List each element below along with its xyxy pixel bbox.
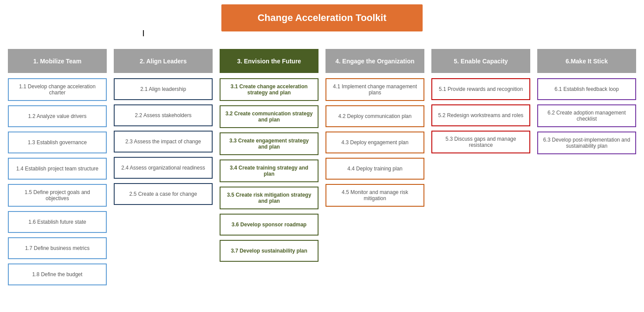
- task-2-5[interactable]: 2.5 Create a case for change: [114, 183, 213, 205]
- task-5-1[interactable]: 5.1 Provide rewards and recognition: [431, 78, 530, 100]
- col-4-header: 4. Engage the Organization: [326, 49, 424, 73]
- task-2-2[interactable]: 2.2 Assess stakeholders: [114, 104, 213, 126]
- task-2-4[interactable]: 2.4 Assess organizational readiness: [114, 157, 213, 179]
- col-1-header: 1. Mobilize Team: [8, 49, 107, 73]
- task-3-6[interactable]: 3.6 Develop sponsor roadmap: [220, 214, 318, 236]
- task-4-2[interactable]: 4.2 Deploy communication plan: [326, 105, 424, 127]
- task-3-5[interactable]: 3.5 Create risk mitigation strategy and …: [220, 187, 318, 209]
- task-1-1[interactable]: 1.1 Develop change acceleration charter: [8, 78, 107, 101]
- col-2-header: 2. Align Leaders: [114, 49, 213, 73]
- task-3-1[interactable]: 3.1 Create change acceleration strategy …: [220, 78, 318, 101]
- task-1-6[interactable]: 1.6 Establish future state: [8, 211, 107, 233]
- task-2-3[interactable]: 2.3 Assess the impact of change: [114, 131, 213, 153]
- task-1-3[interactable]: 1.3 Establish governance: [8, 132, 107, 153]
- columns-container: 1. Mobilize Team 1.1 Develop change acce…: [4, 49, 640, 290]
- column-6: 6.Make It Stick 6.1 Establish feedback l…: [534, 49, 640, 159]
- task-4-4[interactable]: 4.4 Deploy training plan: [326, 158, 424, 180]
- column-4: 4. Engage the Organization 4.1 Implement…: [322, 49, 428, 211]
- task-6-3[interactable]: 6.3 Develop post-implementation and sust…: [537, 132, 636, 154]
- column-2: 2. Align Leaders 2.1 Align leadership 2.…: [110, 49, 216, 209]
- task-5-2[interactable]: 5.2 Redesign workstreams and roles: [431, 104, 530, 126]
- task-3-4[interactable]: 3.4 Create training strategy and plan: [220, 159, 318, 182]
- task-1-4[interactable]: 1.4 Establish project team structure: [8, 158, 107, 180]
- task-3-2[interactable]: 3.2 Create communication strategy and pl…: [220, 105, 318, 128]
- col-3-header: 3. Envision the Future: [220, 49, 318, 73]
- task-1-2[interactable]: 1.2 Analyze value drivers: [8, 105, 107, 127]
- task-5-3[interactable]: 5.3 Discuss gaps and manage resistance: [431, 131, 530, 153]
- task-6-2[interactable]: 6.2 Create adoption management checklist: [537, 104, 636, 127]
- page-title: Change Acceleration Toolkit: [221, 4, 423, 31]
- column-5: 5. Enable Capacity 5.1 Provide rewards a…: [428, 49, 534, 158]
- page-wrapper: I Change Acceleration Toolkit 1. Mobiliz…: [0, 0, 644, 294]
- task-3-3[interactable]: 3.3 Create engagement strategy and plan: [220, 132, 318, 155]
- column-3: 3. Envision the Future 3.1 Create change…: [216, 49, 322, 266]
- task-6-1[interactable]: 6.1 Establish feedback loop: [537, 78, 636, 100]
- column-1: 1. Mobilize Team 1.1 Develop change acce…: [4, 49, 110, 290]
- task-1-7[interactable]: 1.7 Define business metrics: [8, 237, 107, 259]
- task-4-5[interactable]: 4.5 Monitor and manage risk mitigation: [326, 184, 424, 207]
- task-3-7[interactable]: 3.7 Develop sustainability plan: [220, 240, 318, 262]
- task-1-8[interactable]: 1.8 Define the budget: [8, 263, 107, 285]
- task-1-5[interactable]: 1.5 Define project goals and objectives: [8, 184, 107, 207]
- task-4-1[interactable]: 4.1 Implement change management plans: [326, 78, 424, 101]
- task-2-1[interactable]: 2.1 Align leadership: [114, 78, 213, 100]
- col-6-header: 6.Make It Stick: [537, 49, 636, 73]
- task-4-3[interactable]: 4.3 Deploy engagement plan: [326, 132, 424, 153]
- col-5-header: 5. Enable Capacity: [431, 49, 530, 73]
